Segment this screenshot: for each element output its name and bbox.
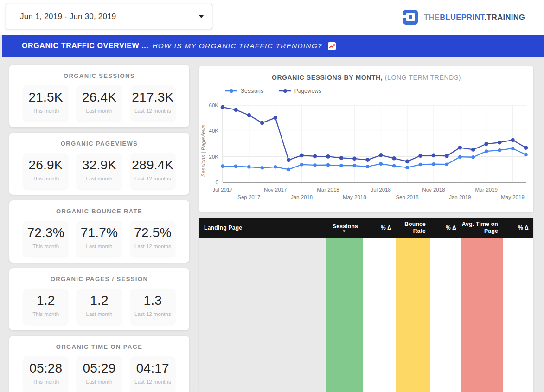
metric-tile: 1.3Last 12 months — [130, 289, 175, 325]
metric-period-label: Last month — [77, 379, 122, 385]
svg-text:May 2018: May 2018 — [343, 194, 366, 200]
chart-increasing-icon — [328, 42, 336, 50]
metric-value: 04:17 — [130, 361, 175, 376]
metric-tile: 26.4KLast month — [77, 85, 122, 122]
brand-logo: THEBLUEPRINT.TRAINING — [403, 9, 525, 25]
metric-tile: 217.3KLast 12 months — [130, 85, 175, 122]
cell-bounce-rate: 66% — [396, 238, 430, 392]
metric-tile: 71.7%Last month — [77, 221, 122, 257]
date-range-picker[interactable]: Jun 1, 2019 - Jun 30, 2019 — [6, 4, 212, 29]
metric-tile: 72.3%This month — [23, 221, 68, 257]
scorecard-title: ORGANIC PAGEVIEWS — [9, 133, 189, 147]
col-header-bounce-rate[interactable]: Bounce Rate — [396, 218, 430, 238]
col-header-sessions[interactable]: Sessions▼ — [326, 218, 363, 238]
metric-period-label: Last month — [77, 108, 122, 114]
metric-period-label: Last month — [77, 311, 122, 317]
svg-text:Mar 2018: Mar 2018 — [317, 187, 339, 193]
cell-landing-page: /google-index/ — [199, 238, 326, 392]
legend-label: Pageviews — [294, 88, 321, 94]
metric-period-label: This month — [23, 176, 68, 181]
metric-period-label: Last month — [77, 176, 122, 181]
col-header-bounce-delta[interactable]: % Δ — [430, 218, 461, 238]
svg-text:40K: 40K — [209, 128, 219, 134]
svg-text:Jul 2018: Jul 2018 — [371, 187, 390, 193]
scorecard-organic-pageviews: ORGANIC PAGEVIEWS26.9KThis month32.9KLas… — [9, 133, 189, 195]
table-header-row: Landing PageSessions▼% ΔBounce Rate% ΔAv… — [199, 218, 533, 238]
scorecards-column: ORGANIC SESSIONS21.5KThis month26.4KLast… — [9, 65, 189, 392]
scorecard-title: ORGANIC BOUNCE RATE — [9, 200, 189, 215]
metric-value: 32.9K — [77, 158, 122, 173]
cell-sessions: 8.5K — [326, 238, 363, 392]
top-bar: Jun 1, 2019 - Jun 30, 2019 THEBLUEPRINT.… — [0, 0, 544, 35]
metric-value: 26.9K — [23, 158, 68, 173]
svg-text:Sep 2018: Sep 2018 — [396, 194, 418, 200]
dashboard-page: Jun 1, 2019 - Jun 30, 2019 THEBLUEPRINT.… — [0, 0, 544, 392]
metric-value: 1.2 — [77, 293, 122, 308]
svg-text:Jul 2017: Jul 2017 — [212, 187, 232, 193]
metric-period-label: This month — [23, 311, 68, 317]
scorecard-metrics-row: 05:28This month05:29Last month04:17Last … — [9, 356, 189, 392]
metric-period-label: Last month — [77, 244, 122, 249]
metric-tile: 05:29Last month — [77, 356, 122, 392]
date-range-value: Jun 1, 2019 - Jun 30, 2019 — [20, 12, 199, 21]
metric-tile: 1.2Last month — [77, 289, 122, 325]
svg-text:0: 0 — [216, 180, 218, 185]
cell-time-delta: - — [503, 238, 533, 392]
col-header-avg-time-on-page[interactable]: Avg. Time on Page — [461, 218, 503, 238]
chevron-down-icon — [199, 15, 204, 18]
metric-period-label: Last 12 months — [130, 108, 175, 114]
landing-pages-table-card: Landing PageSessions▼% ΔBounce Rate% ΔAv… — [199, 218, 533, 392]
section-banner: ORGANIC TRAFFIC OVERVIEW ... HOW IS MY O… — [2, 35, 544, 57]
svg-text:Nov 2017: Nov 2017 — [264, 187, 287, 193]
metric-value: 05:29 — [77, 361, 122, 376]
metric-value: 71.7% — [77, 225, 122, 240]
scorecard-organic-time-on-page: ORGANIC TIME ON PAGE05:28This month05:29… — [9, 336, 189, 392]
scorecard-organic-sessions: ORGANIC SESSIONS21.5KThis month26.4KLast… — [9, 65, 189, 127]
metric-period-label: Last 12 months — [130, 311, 175, 317]
sessions-by-month-chart-card: ORGANIC SESSIONS BY MONTH, (LONG TERM TR… — [199, 66, 533, 212]
svg-text:May 2019: May 2019 — [501, 194, 525, 200]
cell-avg-time-on-page: 00:07:49 — [461, 238, 503, 392]
cell-sessions-delta: - — [363, 238, 396, 392]
scorecard-metrics-row: 26.9KThis month32.9KLast month289.4KLast… — [9, 153, 189, 189]
metric-tile: 26.9KThis month — [23, 153, 68, 189]
metric-value: 72.5% — [130, 225, 175, 240]
metric-tile: 21.5KThis month — [23, 85, 68, 122]
svg-text:Jan 2019: Jan 2019 — [449, 194, 471, 200]
metric-value: 289.4K — [130, 158, 175, 173]
svg-text:60K: 60K — [209, 103, 219, 108]
col-header-time-delta[interactable]: % Δ — [503, 218, 533, 238]
legend-marker-icon — [225, 89, 237, 93]
blueprint-logo-icon — [403, 9, 418, 25]
metric-value: 1.3 — [130, 293, 175, 308]
legend-item-pageviews: Pageviews — [279, 88, 321, 94]
scorecard-title: ORGANIC SESSIONS — [9, 65, 189, 79]
table-row: /google-index/8.5K-66%-00:07:49- — [199, 238, 533, 392]
metric-tile: 72.5%Last 12 months — [130, 221, 175, 257]
legend-item-sessions: Sessions — [225, 88, 263, 94]
sessions-pageviews-line-chart: 020K40K60KJul 2017Sep 2017Nov 2017Jan 20… — [199, 101, 533, 212]
scorecard-title: ORGANIC PAGES / SESSION — [9, 268, 189, 283]
col-header-landing-page[interactable]: Landing Page — [199, 218, 326, 238]
metric-value: 72.3% — [23, 225, 68, 240]
svg-text:Mar 2019: Mar 2019 — [475, 187, 498, 193]
banner-title: ORGANIC TRAFFIC OVERVIEW ... — [22, 42, 148, 50]
scorecard-organic-bounce-rate: ORGANIC BOUNCE RATE72.3%This month71.7%L… — [9, 200, 189, 263]
metric-period-label: Last 12 months — [130, 244, 175, 249]
svg-text:Sep 2017: Sep 2017 — [237, 194, 260, 200]
metric-value: 21.5K — [23, 90, 68, 105]
svg-text:20K: 20K — [209, 154, 219, 160]
metric-value: 1.2 — [23, 293, 68, 308]
metric-period-label: Last 12 months — [130, 379, 175, 385]
scorecard-metrics-row: 1.2This month1.2Last month1.3Last 12 mon… — [9, 289, 189, 325]
metric-period-label: This month — [23, 108, 68, 114]
scorecard-metrics-row: 72.3%This month71.7%Last month72.5%Last … — [9, 221, 189, 257]
metric-tile: 289.4KLast 12 months — [130, 153, 175, 189]
col-header-sessions-delta[interactable]: % Δ — [363, 218, 396, 238]
metric-period-label: This month — [23, 244, 68, 249]
metric-tile: 05:28This month — [23, 356, 68, 392]
svg-text:Jan 2018: Jan 2018 — [291, 194, 313, 200]
sort-descending-icon: ▼ — [326, 230, 358, 233]
metric-tile: 04:17Last 12 months — [130, 356, 175, 392]
banner-subtitle: HOW IS MY ORGANIC TRAFFIC TRENDING? — [152, 42, 322, 50]
